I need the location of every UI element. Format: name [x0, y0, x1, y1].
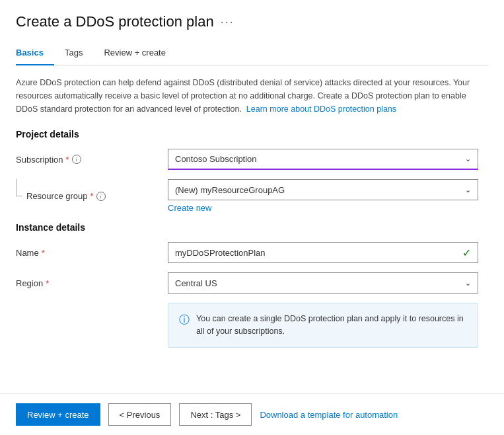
- resource-group-required: *: [90, 191, 94, 201]
- resource-group-label: Resource group: [26, 191, 88, 201]
- name-input[interactable]: myDDoSProtectionPlan ✓: [168, 242, 478, 263]
- review-create-button[interactable]: Review + create: [16, 403, 100, 426]
- tab-tags[interactable]: Tags: [54, 42, 93, 65]
- resource-group-info-icon[interactable]: i: [96, 192, 106, 201]
- name-required: *: [42, 248, 45, 258]
- resource-group-chevron-icon: ⌄: [465, 186, 471, 194]
- tabs-bar: Basics Tags Review + create: [16, 42, 488, 65]
- next-button[interactable]: Next : Tags >: [179, 403, 252, 426]
- region-label-cell: Region *: [16, 278, 168, 288]
- instance-details-title: Instance details: [16, 222, 488, 233]
- name-valid-icon: ✓: [462, 247, 471, 259]
- name-label: Name: [16, 248, 39, 258]
- create-new-link[interactable]: Create new: [168, 203, 488, 213]
- tab-basics[interactable]: Basics: [16, 42, 54, 65]
- learn-more-link[interactable]: Learn more about DDoS protection plans: [246, 104, 396, 114]
- subscription-label-cell: Subscription * i: [16, 155, 168, 165]
- subscription-chevron-icon: ⌄: [465, 155, 471, 163]
- subscription-info-icon[interactable]: i: [72, 155, 81, 164]
- previous-button[interactable]: < Previous: [108, 403, 172, 426]
- resource-group-label-cell: Resource group * i: [16, 191, 168, 201]
- subscription-label: Subscription: [16, 155, 63, 165]
- page-title: Create a DDoS protection plan: [16, 13, 214, 30]
- download-template-link[interactable]: Download a template for automation: [260, 410, 398, 420]
- info-box-text: You can create a single DDoS protection …: [196, 313, 467, 338]
- region-label: Region: [16, 278, 43, 288]
- subscription-row: Subscription * i Contoso Subscription ⌄: [16, 149, 488, 170]
- tab-review-create[interactable]: Review + create: [93, 42, 176, 65]
- info-box: ⓘ You can create a single DDoS protectio…: [168, 303, 478, 348]
- subscription-dropdown[interactable]: Contoso Subscription ⌄: [168, 149, 478, 170]
- description-text: Azure DDoS protection can help defend ag…: [16, 76, 488, 116]
- name-label-cell: Name *: [16, 248, 168, 258]
- resource-group-dropdown[interactable]: (New) myResourceGroupAG ⌄: [168, 179, 478, 200]
- footer-bar: Review + create < Previous Next : Tags >…: [0, 393, 504, 435]
- more-options-icon[interactable]: ···: [221, 15, 234, 29]
- region-required: *: [46, 278, 49, 288]
- resource-group-row: Resource group * i (New) myResourceGroup…: [16, 179, 488, 213]
- region-row: Region * Central US ⌄: [16, 272, 488, 294]
- info-box-icon: ⓘ: [179, 313, 190, 327]
- name-row: Name * myDDoSProtectionPlan ✓: [16, 242, 488, 263]
- region-chevron-icon: ⌄: [465, 279, 471, 288]
- project-details-title: Project details: [16, 129, 488, 139]
- region-dropdown[interactable]: Central US ⌄: [168, 272, 478, 294]
- subscription-required: *: [66, 155, 69, 165]
